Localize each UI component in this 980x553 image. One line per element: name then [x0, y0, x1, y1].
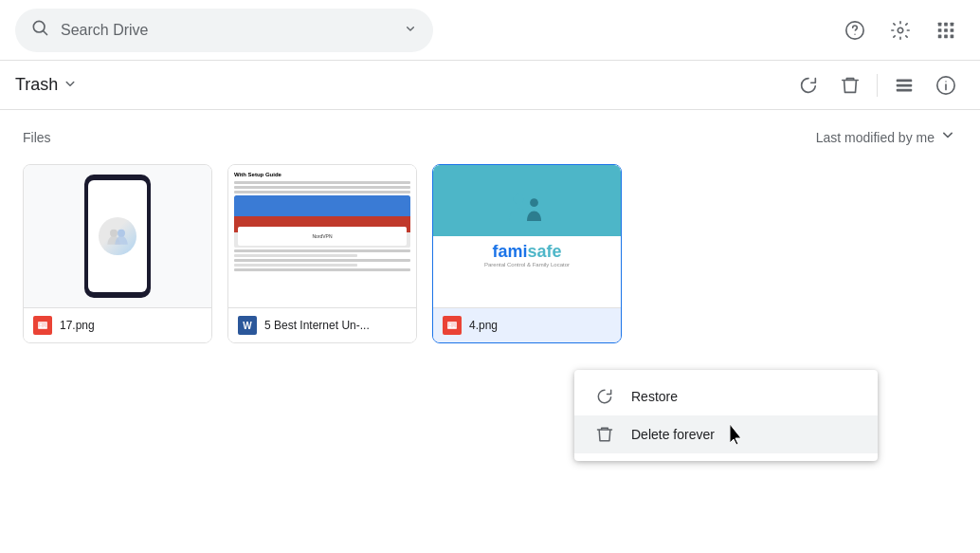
svg-rect-9	[944, 28, 948, 32]
sort-label: Last modified by me	[816, 130, 935, 145]
trash-title: Trash	[15, 75, 58, 95]
file-card-2[interactable]: With Setup Guide NordVPN	[227, 164, 417, 343]
context-menu: Restore Delete forever	[574, 370, 878, 461]
file-thumbnail-1	[24, 165, 211, 307]
file-name-2: 5 Best Internet Un-...	[264, 319, 407, 332]
restore-icon	[593, 387, 616, 406]
word-icon-2: W	[238, 316, 257, 335]
file-thumbnail-2: With Setup Guide NordVPN	[228, 165, 416, 307]
svg-rect-14	[897, 79, 913, 82]
svg-point-18	[945, 81, 946, 82]
phone-mockup	[84, 175, 151, 298]
file-name-3: 4.png	[469, 319, 611, 332]
search-input-text: Search Drive	[61, 22, 391, 39]
main-content: Files Last modified by me	[0, 110, 980, 359]
famisafe-brand: famisafe	[492, 242, 561, 262]
list-view-button[interactable]	[885, 66, 923, 104]
image-icon-3	[443, 316, 462, 335]
svg-rect-6	[944, 22, 948, 26]
file-footer-1: 17.png	[24, 307, 211, 342]
file-card-3[interactable]: famisafe Parental Control & Family Locat…	[432, 164, 622, 343]
file-card-1[interactable]: 17.png	[23, 164, 212, 343]
delete-forever-label: Delete forever	[631, 427, 715, 442]
file-thumbnail-3: famisafe Parental Control & Family Locat…	[433, 165, 621, 307]
trash-label: Trash	[15, 75, 79, 95]
file-name-1: 17.png	[60, 319, 202, 332]
famisafe-tagline: Parental Control & Family Locator	[484, 262, 570, 267]
toolbar: Trash	[0, 61, 980, 110]
svg-point-23	[514, 194, 524, 204]
trash-dropdown-icon[interactable]	[62, 75, 79, 95]
svg-point-4	[898, 28, 903, 33]
svg-rect-13	[951, 34, 954, 38]
svg-rect-16	[897, 88, 913, 91]
image-icon-1	[33, 316, 52, 335]
search-icon	[30, 18, 49, 42]
sort-arrow-icon	[938, 125, 957, 149]
svg-rect-12	[944, 34, 948, 38]
context-menu-restore[interactable]: Restore	[574, 378, 878, 415]
context-menu-delete-forever[interactable]: Delete forever	[574, 415, 878, 453]
famisafe-preview: famisafe Parental Control & Family Locat…	[433, 165, 621, 307]
svg-point-24	[530, 198, 538, 207]
svg-point-26	[449, 323, 451, 325]
file-grid: 17.png With Setup Guide NordVPN	[23, 164, 957, 343]
svg-rect-7	[951, 22, 954, 26]
svg-point-22	[40, 323, 42, 325]
apps-button[interactable]	[927, 11, 965, 49]
doc-preview: With Setup Guide NordVPN	[228, 165, 416, 307]
svg-line-1	[44, 31, 47, 35]
search-bar[interactable]: Search Drive	[15, 9, 433, 52]
svg-rect-10	[951, 28, 954, 32]
restore-all-button[interactable]	[789, 66, 827, 104]
svg-rect-8	[938, 28, 942, 32]
sort-control[interactable]: Last modified by me	[816, 125, 957, 149]
help-button[interactable]	[836, 11, 874, 49]
settings-button[interactable]	[881, 11, 919, 49]
svg-rect-11	[938, 34, 942, 38]
delete-forever-icon	[593, 425, 616, 444]
svg-point-3	[854, 33, 855, 34]
delete-all-button[interactable]	[831, 66, 869, 104]
files-label: Files	[23, 130, 51, 145]
files-header: Files Last modified by me	[23, 125, 957, 149]
restore-label: Restore	[631, 389, 678, 404]
svg-rect-15	[897, 83, 913, 86]
search-dropdown-icon[interactable]	[403, 21, 418, 39]
header: Search Drive	[0, 0, 980, 61]
file-footer-3: 4.png	[433, 307, 621, 342]
info-button[interactable]	[927, 66, 965, 104]
file-footer-2: W 5 Best Internet Un-...	[228, 307, 416, 342]
toolbar-divider	[877, 74, 878, 97]
svg-rect-5	[938, 22, 942, 26]
